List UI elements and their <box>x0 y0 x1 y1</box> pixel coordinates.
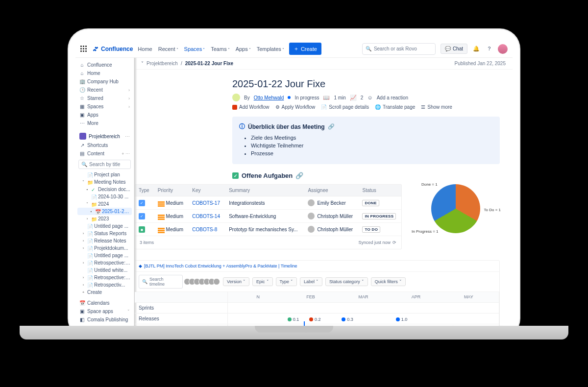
row-releases-label[interactable]: Releases <box>135 314 228 324</box>
table-row[interactable]: MediumCOBOTS-17IntegrationstestsEmily Be… <box>135 196 401 210</box>
chevron-down-icon[interactable]: ˅ <box>141 61 144 66</box>
tree-untitled1[interactable]: 📄Untitled page ... <box>77 222 132 230</box>
app-switcher-icon[interactable] <box>80 46 87 52</box>
tree-decision-doc[interactable]: •✓Decision doc... <box>77 186 132 193</box>
link-icon[interactable]: 🔗 <box>295 172 303 179</box>
brand-logo[interactable]: Confluence <box>92 46 133 52</box>
status-lozenge[interactable]: DONE <box>362 200 379 206</box>
avatar-stack[interactable] <box>186 278 220 285</box>
release-marker[interactable]: 0.2 <box>309 317 321 322</box>
sidebar-apps[interactable]: ▣Apps <box>77 111 132 119</box>
filter-label[interactable]: Label˅ <box>300 277 322 286</box>
breadcrumb-space[interactable]: Projektbereich <box>147 61 178 66</box>
scroll-page-action[interactable]: 📄Scroll page details <box>321 104 369 110</box>
tree-retro1[interactable]: ›📄Retrospective: ... <box>77 259 132 266</box>
release-marker[interactable]: 0.3 <box>342 317 353 322</box>
sidebar-starred[interactable]: ☆Starred› <box>77 94 132 102</box>
assignee-avatar[interactable] <box>308 199 315 206</box>
notifications-icon[interactable]: 🔔 <box>472 45 480 53</box>
sidebar-content[interactable]: ▤Content+ ⋯ <box>77 149 132 158</box>
status-lozenge[interactable]: TO DO <box>362 226 380 233</box>
sidebar-confluence[interactable]: ⌂Confluence <box>77 61 132 69</box>
global-search[interactable]: 🔍 Search or ask Rovo <box>362 43 436 55</box>
sidebar-recent[interactable]: 🕒Recent› <box>77 86 132 94</box>
sidebar-more[interactable]: ⋯More <box>77 119 132 127</box>
col-status[interactable]: Status <box>358 185 401 196</box>
row-sprints-label[interactable]: Sprints <box>135 303 228 314</box>
row-sprints-lane[interactable] <box>228 303 499 314</box>
tree-projektdoku[interactable]: ›📄Projektdokum... <box>77 244 132 252</box>
filter-quick-filters[interactable]: Quick filters˅ <box>371 277 406 286</box>
sidebar-home[interactable]: ⌂Home <box>77 69 132 77</box>
filter-epic[interactable]: Epic˅ <box>252 277 273 286</box>
col-summary[interactable]: Summary <box>225 185 304 196</box>
sidebar-calendars[interactable]: 📅Calendars <box>77 299 132 307</box>
timeline-link[interactable]: ◆ [BJTL PM] InnoTech Cobot Entwicklung +… <box>139 264 495 268</box>
user-avatar[interactable] <box>498 44 508 54</box>
tree-retro2[interactable]: ›📄Retrospective: ... <box>77 274 132 281</box>
breadcrumb-page[interactable]: 2025-01-22 Jour Fixe <box>185 61 233 66</box>
main-content: ˅ Projektbereich / 2025-01-22 Jour Fixe … <box>134 58 513 338</box>
sidebar-comala[interactable]: ◧Comala Publishing <box>77 315 132 324</box>
add-reaction[interactable]: Add a reaction <box>377 95 409 100</box>
create-button[interactable]: ＋ Create <box>289 43 321 55</box>
table-row[interactable]: MediumCOBOTS-8Prototyp für mechanisches … <box>135 223 401 236</box>
tree-untitled-white[interactable]: 📄Untitled white... <box>77 266 132 274</box>
filter-version[interactable]: Version˅ <box>223 277 249 286</box>
release-marker[interactable]: 0.1 <box>288 317 299 322</box>
filter-status-category[interactable]: Status category˅ <box>325 277 368 286</box>
refresh-icon[interactable]: ⟳ <box>392 240 396 245</box>
show-more-action[interactable]: ☰Show more <box>421 104 452 110</box>
row-releases-lane[interactable]: 0.10.20.31.0 <box>228 314 499 324</box>
table-row[interactable]: MediumCOBOTS-14Software-EntwicklungChris… <box>135 210 401 223</box>
tree-release-notes[interactable]: ›📄Release Notes <box>77 237 132 244</box>
nav-home[interactable]: Home <box>138 46 152 52</box>
tree-untitled2[interactable]: 📄Untitled page ... <box>77 252 132 259</box>
tree-2025-01-22[interactable]: •📅2025-01-22... <box>77 208 132 215</box>
nav-teams[interactable]: Teams˅ <box>211 46 229 52</box>
assignee-avatar[interactable] <box>308 213 315 219</box>
apply-workflow-action[interactable]: ⚙Apply Workflow <box>275 104 316 110</box>
help-icon[interactable]: ？ <box>485 45 493 53</box>
space-header[interactable]: Projektbereich ⋯ <box>77 131 132 141</box>
tree-project-plan[interactable]: 📄Project plan <box>77 171 132 178</box>
nav-templates[interactable]: Templates˅ <box>257 46 284 52</box>
sidebar-space-apps[interactable]: ▣Space apps˅ <box>77 307 132 315</box>
tree-meeting-notes[interactable]: ˅📁Meeting Notes <box>77 178 132 186</box>
author-link[interactable]: Otto Mehwald <box>254 95 284 100</box>
col-type[interactable]: Type <box>135 185 154 196</box>
tree-2024-10-30[interactable]: 📄2024-10-30 ... <box>77 193 132 200</box>
nav-recent[interactable]: Recent˅ <box>158 46 178 52</box>
col-key[interactable]: Key <box>188 185 225 196</box>
nav-spaces[interactable]: Spaces˅ <box>184 46 205 52</box>
tree-retro3[interactable]: ›📄Retrospectiv... <box>77 281 132 289</box>
col-assignee[interactable]: Assignee <box>304 185 358 196</box>
tree-2024[interactable]: ˅📁2024 <box>77 200 132 208</box>
issue-key-link[interactable]: COBOTS-8 <box>192 227 217 232</box>
status-lozenge[interactable]: IN PROGRESS <box>362 213 396 219</box>
tree-2023[interactable]: ›📁2023 <box>77 215 132 222</box>
sidebar-spaces[interactable]: ▦Spaces› <box>77 102 132 111</box>
doc-icon: 📄 <box>321 104 327 110</box>
space-menu-icon[interactable]: ⋯ <box>125 134 130 139</box>
chat-button[interactable]: 💬 Chat <box>441 44 467 54</box>
add-workflow-action[interactable]: Add Workflow <box>232 104 270 110</box>
filter-type[interactable]: Type˅ <box>276 277 297 286</box>
assignee-avatar[interactable] <box>308 226 315 233</box>
author-avatar[interactable] <box>232 94 240 101</box>
col-priority[interactable]: Priority <box>154 185 188 196</box>
issue-key-link[interactable]: COBOTS-17 <box>192 200 220 206</box>
release-marker[interactable]: 1.0 <box>396 317 408 322</box>
sidebar-search[interactable]: 🔍 Search by title <box>78 160 131 169</box>
summary-cell: Software-Entwicklung <box>225 210 304 223</box>
tree-create[interactable]: +Create <box>77 289 132 296</box>
reaction-icon[interactable]: ☺ <box>367 95 372 100</box>
timeline-search[interactable]: 🔍 Search timeline <box>139 275 183 289</box>
sidebar-shortcuts[interactable]: ↗Shortcuts <box>77 141 132 149</box>
link-icon[interactable]: 🔗 <box>328 123 335 130</box>
translate-action[interactable]: 🌐Translate page <box>375 104 415 110</box>
tree-status-reports[interactable]: ›📄Status Reports <box>77 230 132 237</box>
sidebar-company-hub[interactable]: 🏢Company Hub <box>77 77 132 86</box>
nav-apps[interactable]: Apps˅ <box>236 46 251 52</box>
issue-key-link[interactable]: COBOTS-14 <box>192 214 220 219</box>
